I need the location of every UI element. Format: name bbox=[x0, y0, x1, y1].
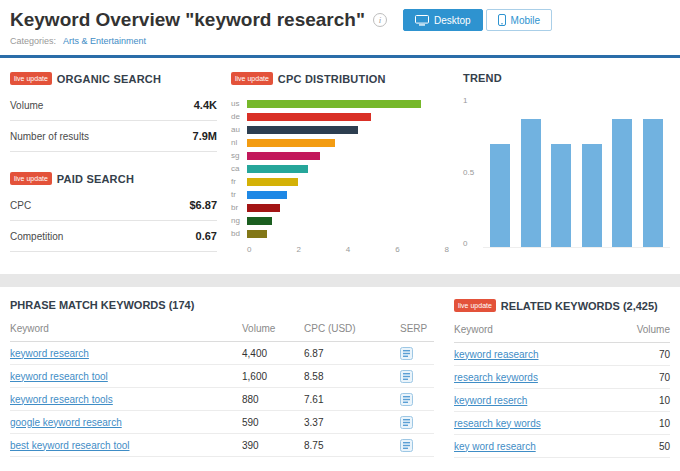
cpc-distribution-chart: usdeaunlsgcafrtrbrngbd 02468 bbox=[231, 97, 449, 254]
cpc-country-label: nl bbox=[231, 138, 247, 147]
metric-row-volume: Volume 4.4K bbox=[10, 90, 217, 121]
trend-bar bbox=[612, 119, 632, 247]
phrase-match-column-headers: Keyword Volume CPC (USD) SERP bbox=[10, 320, 434, 342]
y-axis-tick-label: 0.5 bbox=[463, 168, 483, 177]
x-axis-tick-label: 6 bbox=[395, 245, 399, 254]
phrase-match-header: PHRASE MATCH KEYWORDS (174) bbox=[10, 287, 434, 320]
metric-label: Number of results bbox=[10, 131, 89, 142]
metric-value: 4.4K bbox=[194, 99, 217, 111]
keyword-link[interactable]: research key words bbox=[454, 418, 541, 429]
keyword-link[interactable]: key word research bbox=[454, 441, 536, 452]
cpc-bar bbox=[247, 191, 287, 199]
live-update-badge: live update bbox=[10, 72, 52, 85]
x-axis-tick-label: 2 bbox=[296, 245, 300, 254]
volume-cell: 70 bbox=[618, 349, 670, 360]
metric-row-cpc: CPC $6.87 bbox=[10, 190, 217, 221]
keyword-link[interactable]: google keyword research bbox=[10, 417, 122, 428]
cpc-bar bbox=[247, 165, 308, 173]
y-axis-tick-label: 1 bbox=[463, 96, 483, 105]
cpc-x-axis: 02468 bbox=[247, 245, 449, 254]
page-title: Keyword Overview "keyword research" bbox=[10, 9, 365, 31]
cpc-bar-track bbox=[247, 178, 449, 186]
volume-cell: 4,400 bbox=[242, 348, 304, 359]
col-volume: Volume bbox=[618, 324, 670, 335]
related-keywords-widget: live update RELATED KEYWORDS (2,425) Key… bbox=[454, 287, 670, 458]
serp-icon[interactable] bbox=[400, 416, 413, 429]
x-axis-tick-label: 8 bbox=[445, 245, 449, 254]
volume-cell: 590 bbox=[242, 417, 304, 428]
paid-search-title: PAID SEARCH bbox=[57, 173, 134, 185]
phrase-match-title: PHRASE MATCH KEYWORDS (174) bbox=[10, 299, 194, 311]
cpc-bar-row: sg bbox=[231, 149, 449, 162]
metric-label: CPC bbox=[10, 200, 31, 211]
cpc-bar bbox=[247, 126, 358, 134]
cpc-bar-row: au bbox=[231, 123, 449, 136]
cpc-bar-row: nl bbox=[231, 136, 449, 149]
volume-cell: 10 bbox=[618, 395, 670, 406]
cpc-bar-track bbox=[247, 139, 449, 147]
cpc-country-label: bd bbox=[231, 229, 247, 238]
keyword-link[interactable]: best keyword research tool bbox=[10, 440, 130, 451]
cpc-country-label: au bbox=[231, 125, 247, 134]
keyword-link[interactable]: keyword research tool bbox=[10, 371, 108, 382]
desktop-button-label: Desktop bbox=[434, 15, 471, 26]
serp-icon[interactable] bbox=[400, 347, 413, 360]
info-icon[interactable]: i bbox=[373, 13, 387, 27]
cpc-cell: 6.87 bbox=[304, 348, 400, 359]
table-row: keyword reasearch 70 bbox=[454, 343, 670, 366]
metric-row-results: Number of results 7.9M bbox=[10, 121, 217, 152]
metrics-column: live update ORGANIC SEARCH Volume 4.4K N… bbox=[10, 72, 217, 266]
trend-bar bbox=[490, 144, 510, 247]
cpc-bar bbox=[247, 113, 371, 121]
col-cpc: CPC (USD) bbox=[304, 323, 400, 334]
volume-cell: 70 bbox=[618, 372, 670, 383]
cpc-distribution-chart-rows: usdeaunlsgcafrtrbrngbd bbox=[231, 97, 449, 240]
table-row: keyword research tools 880 7.61 bbox=[10, 388, 434, 411]
keyword-link[interactable]: keyword reasearch bbox=[454, 349, 538, 360]
keyword-link[interactable]: research keywords bbox=[454, 372, 538, 383]
live-update-badge: live update bbox=[10, 172, 52, 185]
keyword-tables: PHRASE MATCH KEYWORDS (174) Keyword Volu… bbox=[0, 287, 680, 458]
cpc-bar-row: bd bbox=[231, 227, 449, 240]
table-row: key word research 50 bbox=[454, 435, 670, 458]
col-keyword: Keyword bbox=[10, 323, 242, 334]
serp-icon[interactable] bbox=[400, 393, 413, 406]
cpc-country-label: us bbox=[231, 99, 247, 108]
cpc-bar bbox=[247, 178, 298, 186]
mobile-button[interactable]: Mobile bbox=[486, 9, 552, 31]
cpc-bar-row: br bbox=[231, 201, 449, 214]
table-row: google keyword research 590 3.37 bbox=[10, 411, 434, 434]
cpc-bar-track bbox=[247, 100, 449, 108]
keyword-link[interactable]: keyword research tools bbox=[10, 394, 113, 405]
trend-chart: 10.50 bbox=[463, 96, 670, 248]
x-axis-tick-label: 0 bbox=[247, 245, 251, 254]
table-row: research keywords 70 bbox=[454, 366, 670, 389]
categories-link[interactable]: Arts & Entertainment bbox=[63, 36, 146, 46]
cpc-bar bbox=[247, 100, 421, 108]
cpc-distribution-widget: live update CPC DISTRIBUTION usdeaunlsgc… bbox=[231, 72, 449, 266]
volume-cell: 1,600 bbox=[242, 371, 304, 382]
cpc-bar-track bbox=[247, 152, 449, 160]
cpc-bar-row: de bbox=[231, 110, 449, 123]
cpc-bar-row: ca bbox=[231, 162, 449, 175]
keyword-link[interactable]: keyword reserch bbox=[454, 395, 527, 406]
cpc-bar bbox=[247, 204, 280, 212]
col-keyword: Keyword bbox=[454, 324, 618, 335]
serp-icon[interactable] bbox=[400, 439, 413, 452]
desktop-button[interactable]: Desktop bbox=[403, 9, 483, 31]
related-keywords-title: RELATED KEYWORDS (2,425) bbox=[501, 300, 658, 312]
x-axis-tick-label: 4 bbox=[346, 245, 350, 254]
volume-cell: 880 bbox=[242, 394, 304, 405]
categories-label: Categories: bbox=[10, 36, 56, 46]
metric-value: 7.9M bbox=[193, 130, 217, 142]
cpc-bar-row: us bbox=[231, 97, 449, 110]
mobile-button-label: Mobile bbox=[511, 15, 540, 26]
categories-row: Categories: Arts & Entertainment bbox=[0, 33, 680, 55]
desktop-icon bbox=[415, 15, 429, 26]
serp-icon[interactable] bbox=[400, 370, 413, 383]
keyword-link[interactable]: keyword research bbox=[10, 348, 89, 359]
trend-title: TREND bbox=[463, 72, 502, 84]
related-keywords-column-headers: Keyword Volume bbox=[454, 321, 670, 343]
trend-chart-bars bbox=[483, 96, 670, 248]
y-axis-tick-label: 0 bbox=[463, 239, 483, 248]
